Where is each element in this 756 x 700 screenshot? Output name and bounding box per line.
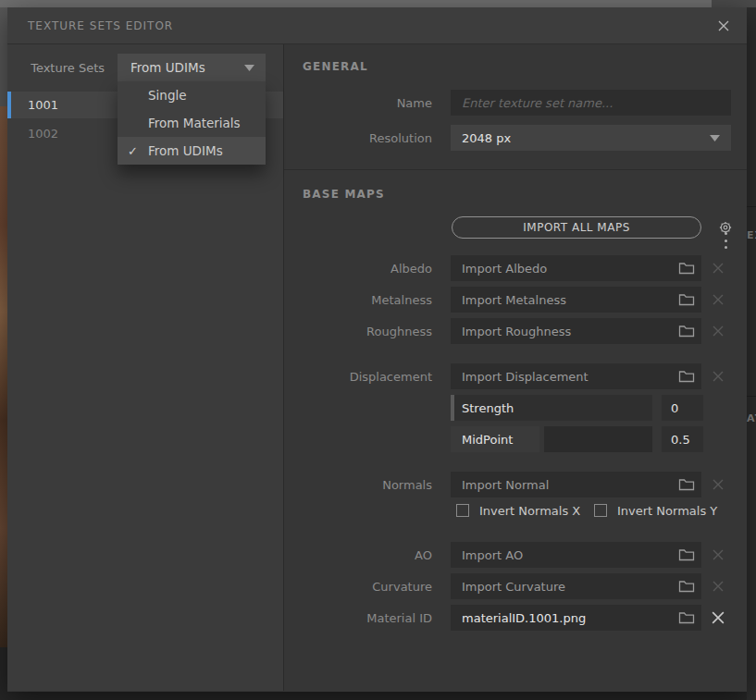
normals-placeholder: Import Normal [462, 478, 549, 492]
screen: EX AT TEXTURE SETS EDITOR Texture Sets F… [0, 0, 756, 700]
strength-value-input[interactable]: 0 [662, 395, 703, 421]
midpoint-row: MidPoint 0.5 [284, 426, 747, 452]
folder-icon [678, 477, 695, 492]
invert-normals-x-checkbox[interactable] [456, 504, 469, 517]
albedo-clear-button[interactable] [711, 261, 725, 276]
section-divider [284, 169, 747, 170]
metalness-label: Metalness [284, 293, 432, 307]
normals-import-field[interactable]: Import Normal [451, 472, 701, 497]
base-maps-section-title: BASE MAPS [303, 188, 747, 201]
clear-icon [713, 371, 724, 382]
general-section-title: GENERAL [303, 60, 747, 73]
backdrop-left-panel-sliver [0, 7, 7, 106]
backdrop-right-panel-sliver: EX AT [747, 7, 756, 700]
midpoint-slider[interactable]: MidPoint [451, 426, 652, 452]
curvature-clear-button[interactable] [711, 579, 725, 594]
roughness-import-field[interactable]: Import Roughness [451, 318, 701, 344]
texture-sets-header: Texture Sets From UDIMs [7, 54, 283, 81]
dialog-titlebar: TEXTURE SETS EDITOR [7, 7, 747, 44]
material-id-value: materialID.1001.png [462, 611, 586, 625]
clear-icon [713, 263, 724, 274]
displacement-browse-button[interactable] [678, 369, 695, 384]
material-id-import-field[interactable]: materialID.1001.png [451, 605, 701, 631]
texture-set-name: 1002 [28, 127, 58, 141]
strength-slider[interactable]: Strength [451, 395, 652, 421]
displacement-import-field[interactable]: Import Displacement [451, 363, 701, 389]
metalness-browse-button[interactable] [678, 292, 695, 307]
menu-item-single[interactable]: Single [118, 81, 266, 109]
menu-item-label: From Materials [148, 116, 241, 130]
albedo-browse-button[interactable] [678, 261, 695, 276]
metalness-import-field[interactable]: Import Metalness [451, 287, 701, 313]
folder-icon [678, 610, 695, 625]
metalness-clear-button[interactable] [711, 292, 725, 307]
displacement-row: Displacement Import Displacement [284, 363, 747, 389]
ao-label: AO [284, 548, 432, 562]
clear-icon [713, 549, 724, 560]
set-mode-dropdown[interactable]: From UDIMs [118, 54, 266, 81]
roughness-clear-button[interactable] [711, 324, 725, 338]
ao-clear-button[interactable] [711, 547, 725, 562]
close-button[interactable] [713, 16, 734, 36]
menu-item-label: From UDIMs [148, 143, 223, 158]
texture-sets-panel: Texture Sets From UDIMs 1001 1002 [7, 44, 284, 691]
roughness-label: Roughness [284, 325, 432, 338]
backdrop-text-fragment: AT [747, 412, 756, 424]
backdrop-bottom-strip [7, 692, 747, 700]
normals-row: Normals Import Normal [284, 472, 747, 497]
invert-normals-y-checkbox[interactable] [594, 504, 607, 517]
displacement-placeholder: Import Displacement [462, 370, 589, 384]
roughness-row: Roughness Import Roughness [284, 318, 747, 344]
resolution-dropdown[interactable]: 2048 px [451, 125, 731, 151]
invert-normals-y-group: Invert Normals Y [594, 504, 732, 518]
folder-icon [678, 369, 695, 384]
spacer [284, 518, 747, 542]
albedo-label: Albedo [284, 262, 432, 276]
metalness-placeholder: Import Metalness [462, 293, 566, 307]
close-icon [716, 18, 731, 33]
strength-slider-handle[interactable] [451, 395, 454, 421]
displacement-clear-button[interactable] [711, 369, 725, 384]
clear-icon [713, 294, 724, 305]
backdrop-separator [747, 396, 756, 397]
ao-import-field[interactable]: Import AO [451, 542, 701, 568]
clear-icon [713, 479, 724, 490]
material-id-browse-button[interactable] [678, 610, 695, 625]
folder-icon [678, 292, 695, 307]
name-input[interactable]: Enter texture set name... [451, 90, 731, 116]
name-row: Name Enter texture set name... [284, 90, 747, 116]
curvature-placeholder: Import Curvature [462, 580, 565, 594]
midpoint-track-right [544, 426, 652, 452]
folder-icon [678, 579, 695, 594]
normals-label: Normals [284, 478, 432, 492]
import-all-maps-button[interactable]: IMPORT ALL MAPS [452, 216, 701, 239]
normals-clear-button[interactable] [711, 477, 725, 492]
menu-item-from-udims[interactable]: From UDIMs [118, 137, 266, 165]
normals-browse-button[interactable] [678, 477, 695, 492]
spacer [284, 458, 747, 472]
dialog-title: TEXTURE SETS EDITOR [28, 19, 173, 32]
import-settings-button[interactable] [717, 219, 734, 236]
invert-normals-y-label: Invert Normals Y [617, 504, 717, 518]
gear-icon [717, 219, 734, 236]
metalness-row: Metalness Import Metalness [284, 287, 747, 313]
material-id-clear-button[interactable] [711, 610, 725, 625]
curvature-browse-button[interactable] [678, 579, 695, 594]
roughness-browse-button[interactable] [678, 324, 695, 338]
backdrop-left-bottom-sliver [0, 647, 7, 700]
albedo-row: Albedo Import Albedo [284, 255, 747, 281]
name-label: Name [284, 96, 432, 110]
midpoint-value-input[interactable]: 0.5 [662, 426, 703, 452]
ao-browse-button[interactable] [678, 547, 695, 562]
name-placeholder: Enter texture set name... [462, 96, 613, 110]
texture-set-name: 1001 [28, 98, 58, 112]
albedo-import-field[interactable]: Import Albedo [451, 255, 701, 281]
resolution-row: Resolution 2048 px [284, 125, 747, 151]
menu-item-from-materials[interactable]: From Materials [118, 109, 266, 137]
curvature-import-field[interactable]: Import Curvature [451, 573, 701, 599]
strength-label: Strength [462, 401, 514, 415]
invert-normals-options: Invert Normals X Invert Normals Y [456, 503, 747, 518]
folder-icon [678, 324, 695, 338]
chevron-down-icon [244, 65, 254, 71]
backdrop-text-fragment: EX [747, 229, 756, 241]
